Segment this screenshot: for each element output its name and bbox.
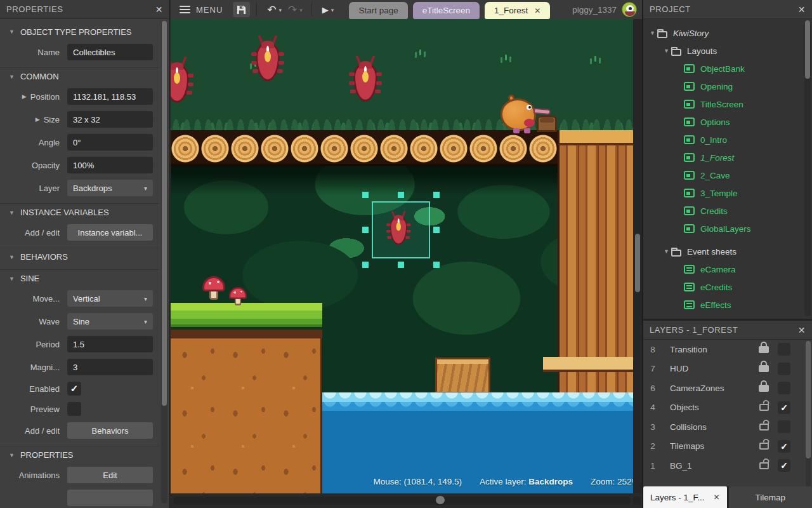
selection-handle[interactable] bbox=[398, 262, 404, 268]
visibility-checkbox[interactable]: ✓ bbox=[778, 401, 790, 414]
beetle-sprite[interactable] bbox=[251, 34, 284, 84]
angle-input[interactable]: 0° bbox=[67, 134, 153, 150]
animations-edit-button[interactable]: Edit bbox=[67, 467, 153, 483]
redo-dropdown-icon[interactable]: ▾ bbox=[299, 7, 303, 13]
close-icon[interactable]: ✕ bbox=[155, 4, 163, 15]
close-icon[interactable]: ✕ bbox=[534, 6, 540, 15]
layer-row-camerazones[interactable]: 6 CameraZones bbox=[643, 378, 812, 398]
tree-item-1-forest[interactable]: 1_Forest bbox=[643, 149, 812, 166]
section-instance-variables[interactable]: ▼ INSTANCE VARIABLES bbox=[0, 203, 159, 221]
layer-row-tilemaps[interactable]: 2 Tilemaps ✓ bbox=[643, 437, 812, 457]
behaviors-button[interactable]: Behaviors bbox=[67, 422, 153, 439]
play-dropdown-icon[interactable]: ▾ bbox=[331, 7, 334, 13]
tree-item-titlescreen[interactable]: TitleScreen bbox=[643, 95, 812, 113]
visibility-checkbox[interactable] bbox=[778, 363, 790, 375]
undo-dropdown-icon[interactable]: ▾ bbox=[279, 7, 282, 13]
menu-icon[interactable] bbox=[180, 6, 190, 13]
tree-item-3-temple[interactable]: 3_Temple bbox=[643, 184, 812, 202]
tree-item-ecredits[interactable]: eCredits bbox=[643, 278, 812, 296]
visibility-checkbox[interactable] bbox=[778, 382, 790, 394]
username[interactable]: piggy_1337 bbox=[572, 5, 617, 15]
layer-dropdown[interactable]: Backdrops ▾ bbox=[67, 180, 153, 196]
opacity-input[interactable]: 100% bbox=[67, 157, 153, 173]
scrollbar-thumb[interactable] bbox=[805, 20, 810, 79]
position-input[interactable]: 1132.181, 118.53 bbox=[67, 88, 153, 105]
tab-1-forest[interactable]: 1_Forest ✕ bbox=[485, 2, 550, 19]
expand-arrow-icon[interactable]: ▶ bbox=[22, 93, 27, 100]
close-icon[interactable]: ✕ bbox=[713, 493, 719, 502]
scrollbar-thumb[interactable] bbox=[162, 21, 167, 406]
tree-item-eeffects[interactable]: eEffects bbox=[643, 296, 812, 314]
cliff-terrain[interactable] bbox=[171, 303, 322, 493]
properties-scrollbar[interactable] bbox=[161, 21, 167, 504]
section-behaviors[interactable]: ▼ BEHAVIORS bbox=[0, 248, 159, 265]
unlock-icon[interactable] bbox=[759, 443, 769, 450]
selection-handle[interactable] bbox=[362, 192, 369, 198]
avatar[interactable] bbox=[622, 2, 637, 17]
selection-handle[interactable] bbox=[433, 262, 440, 268]
tree-trunk[interactable] bbox=[558, 130, 633, 392]
tab-layers[interactable]: Layers - 1_F... ✕ bbox=[643, 486, 727, 508]
stump-sprite[interactable] bbox=[537, 116, 557, 132]
tree-item-options[interactable]: Options bbox=[643, 113, 812, 131]
tree-item-0-intro[interactable]: 0_Intro bbox=[643, 131, 812, 149]
crate-sprite[interactable] bbox=[435, 358, 490, 394]
tree-item-globallayers[interactable]: GlobalLayers bbox=[643, 220, 812, 237]
undo-icon[interactable]: ↶ bbox=[267, 4, 276, 15]
name-input[interactable]: Collectibles bbox=[67, 44, 153, 60]
selected-beetle-sprite[interactable] bbox=[386, 210, 410, 247]
scrollbar-thumb[interactable] bbox=[635, 234, 640, 292]
canvas-horizontal-scrollbar[interactable] bbox=[171, 493, 642, 508]
layer-row-hud[interactable]: 7 HUD bbox=[643, 359, 812, 379]
period-input[interactable]: 1.5 bbox=[67, 336, 153, 352]
layer-row-objects[interactable]: 4 Objects ✓ bbox=[643, 398, 812, 418]
layers-scrollbar[interactable] bbox=[806, 341, 811, 487]
tree-item-layouts[interactable]: ▼ Layouts bbox=[643, 42, 812, 60]
magnitude-input[interactable]: 3 bbox=[67, 359, 153, 375]
clipped-button[interactable] bbox=[67, 490, 153, 506]
tab-etitlescreen[interactable]: eTitleScreen bbox=[413, 2, 480, 19]
instance-variables-button[interactable]: Instance variabl... bbox=[67, 224, 153, 241]
section-sine[interactable]: ▼ SINE bbox=[0, 269, 159, 287]
project-scrollbar[interactable] bbox=[804, 20, 811, 316]
selection-handle[interactable] bbox=[362, 262, 369, 268]
play-icon[interactable]: ▶ bbox=[322, 6, 329, 14]
tree-item-opening[interactable]: Opening bbox=[643, 77, 812, 95]
visibility-checkbox[interactable]: ✓ bbox=[778, 459, 790, 472]
beetle-sprite[interactable] bbox=[349, 55, 382, 104]
menu-button[interactable]: MENU bbox=[196, 5, 223, 15]
section-properties[interactable]: ▼ PROPERTIES bbox=[0, 446, 159, 464]
section-object-type[interactable]: ▼ OBJECT TYPE PROPERTIES bbox=[0, 23, 159, 41]
tree-item-objectbank[interactable]: ObjectBank bbox=[643, 60, 812, 77]
selection-handle[interactable] bbox=[433, 192, 440, 198]
scrollbar-thumb[interactable] bbox=[806, 341, 811, 458]
visibility-checkbox[interactable] bbox=[778, 420, 790, 433]
unlock-icon[interactable] bbox=[759, 424, 769, 431]
expander-icon[interactable]: ▼ bbox=[664, 48, 671, 54]
lock-icon[interactable] bbox=[759, 385, 769, 392]
tab-tilemap[interactable]: Tilemap bbox=[729, 486, 812, 508]
expander-icon[interactable]: ▼ bbox=[664, 248, 671, 255]
redo-icon[interactable]: ↷ bbox=[288, 4, 297, 15]
log-platform[interactable] bbox=[171, 130, 559, 166]
canvas-vertical-scrollbar[interactable] bbox=[633, 19, 642, 493]
visibility-checkbox[interactable]: ✓ bbox=[778, 440, 790, 453]
size-input[interactable]: 32 x 32 bbox=[67, 111, 153, 128]
beetle-sprite[interactable] bbox=[171, 56, 193, 105]
section-common[interactable]: ▼ COMMON bbox=[0, 67, 159, 85]
selection-box[interactable] bbox=[372, 201, 430, 258]
wave-dropdown[interactable]: Sine ▾ bbox=[67, 313, 153, 330]
expand-arrow-icon[interactable]: ▶ bbox=[36, 116, 40, 123]
tree-item-event-sheets[interactable]: ▼ Event sheets bbox=[643, 243, 812, 260]
expander-icon[interactable]: ▼ bbox=[650, 30, 657, 36]
mushroom-sprite[interactable] bbox=[202, 276, 225, 300]
lock-icon[interactable] bbox=[759, 365, 769, 372]
layer-row-transition[interactable]: 8 Transition bbox=[643, 340, 812, 359]
close-icon[interactable]: ✕ bbox=[798, 4, 806, 15]
save-button[interactable] bbox=[233, 2, 250, 17]
kiwi-sprite[interactable] bbox=[501, 97, 541, 132]
enabled-checkbox[interactable]: ✓ bbox=[67, 382, 81, 396]
layout-canvas[interactable]: Mouse: (1081.4, 149.5) Active layer: Bac… bbox=[171, 19, 633, 493]
movement-dropdown[interactable]: Vertical ▾ bbox=[67, 290, 153, 307]
tree-item-kiwistory[interactable]: ▼ KiwiStory bbox=[643, 24, 812, 42]
